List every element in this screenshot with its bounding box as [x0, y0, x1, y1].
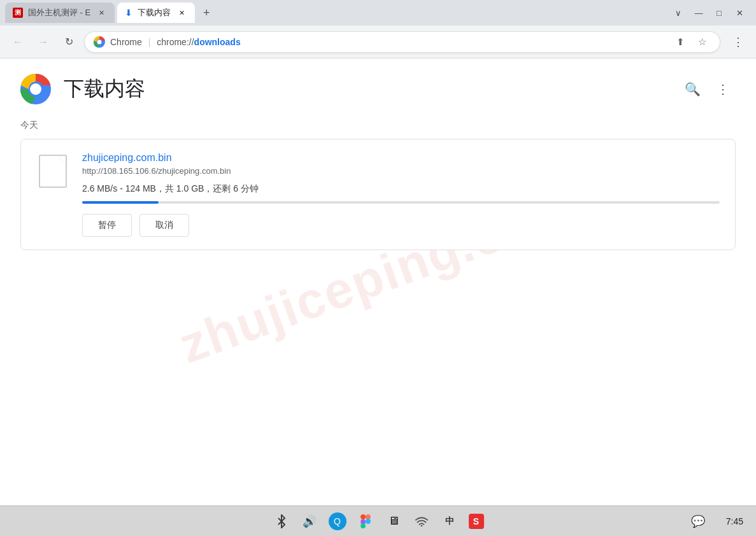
browser-more-button[interactable]: ⋮ [728, 32, 748, 52]
refresh-button[interactable]: ↻ [59, 32, 79, 52]
download-url: http://108.165.106.6/zhujiceping.com.bin [82, 166, 720, 176]
bookmark-button[interactable]: ☆ [693, 33, 711, 51]
new-tab-button[interactable]: + [197, 4, 215, 22]
file-icon-wrapper [36, 152, 69, 188]
svg-rect-7 [360, 523, 366, 528]
download-speed: 2.6 MB/s - 124 MB，共 1.0 GB，还剩 6 分钟 [82, 183, 720, 195]
back-button[interactable]: ← [8, 32, 28, 52]
figma-icon[interactable] [357, 512, 374, 530]
qq-icon[interactable]: Q [329, 512, 346, 530]
tab2-download-icon: ⬇ [125, 8, 132, 18]
display-icon[interactable]: 🖥 [385, 512, 403, 530]
taskbar-time: 7:45 [726, 516, 743, 526]
svg-point-9 [420, 525, 422, 526]
chrome-logo [20, 74, 51, 104]
chevron-down-button[interactable]: ∨ [672, 6, 685, 19]
svg-point-3 [30, 83, 41, 95]
page-more-button[interactable]: ⋮ [710, 76, 736, 102]
minimize-button[interactable]: — [692, 6, 705, 19]
chrome-icon [94, 36, 105, 48]
notification-button[interactable]: 💬 [691, 514, 705, 528]
taskbar: 🔊 Q 🖥 中 S 7:45 💬 [0, 505, 756, 536]
url-path: downloads [194, 37, 241, 47]
download-filename[interactable]: zhujiceping.com.bin [82, 152, 720, 164]
download-card: zhujiceping.com.bin http://108.165.106.6… [20, 139, 736, 250]
url-brand: Chrome [110, 37, 142, 47]
svg-point-1 [97, 39, 102, 44]
maximize-button[interactable]: □ [713, 6, 725, 19]
url-separator: | [148, 37, 151, 47]
search-button[interactable]: 🔍 [680, 76, 705, 102]
address-bar: ← → ↻ Chrome | chrome://downloads ⬆ ☆ ⋮ [0, 25, 756, 59]
tab1-title: 国外主机测评 - E [28, 7, 90, 18]
pause-button[interactable]: 暂停 [82, 214, 132, 237]
page-header-left: 下载内容 [20, 74, 145, 104]
window-controls: ∨ — □ ✕ [672, 6, 751, 19]
cancel-button[interactable]: 取消 [139, 214, 189, 237]
bluetooth-icon[interactable] [273, 512, 290, 530]
download-info: zhujiceping.com.bin http://108.165.106.6… [82, 152, 720, 237]
sougou-icon[interactable]: S [469, 514, 484, 529]
page-title: 下载内容 [64, 75, 145, 103]
page-header: 下载内容 🔍 ⋮ [20, 74, 736, 104]
tab1-close-button[interactable]: ✕ [96, 7, 107, 18]
url-text: Chrome | chrome://downloads [110, 37, 666, 47]
file-icon [39, 155, 67, 188]
main-content: zhujiceping.com 下载内容 🔍 ⋮ 今天 zhujiceping.… [0, 59, 756, 505]
section-label: 今天 [20, 120, 736, 131]
tab2-close-button[interactable]: ✕ [176, 7, 187, 18]
close-button[interactable]: ✕ [733, 6, 746, 19]
volume-icon[interactable]: 🔊 [301, 512, 318, 530]
ime-icon[interactable]: 中 [441, 512, 459, 530]
url-actions: ⬆ ☆ [671, 33, 711, 51]
tab-active[interactable]: ⬇ 下载内容 ✕ [117, 3, 195, 23]
share-button[interactable]: ⬆ [671, 33, 689, 51]
progress-bar-fill [82, 201, 159, 204]
svg-rect-5 [366, 514, 371, 519]
tab2-title: 下载内容 [138, 7, 171, 18]
download-actions: 暂停 取消 [82, 214, 720, 237]
wifi-icon[interactable] [413, 512, 431, 530]
url-bar[interactable]: Chrome | chrome://downloads ⬆ ☆ [84, 31, 720, 53]
svg-point-8 [366, 519, 371, 524]
title-bar: 测 国外主机测评 - E ✕ ⬇ 下载内容 ✕ + ∨ — □ ✕ [0, 0, 756, 25]
svg-rect-4 [360, 514, 366, 519]
forward-button[interactable]: → [33, 32, 53, 52]
tab1-favicon: 测 [13, 8, 23, 18]
url-protocol: chrome:// [157, 37, 194, 47]
page-header-actions: 🔍 ⋮ [680, 76, 736, 102]
progress-bar-container [82, 201, 720, 204]
tab-inactive[interactable]: 测 国外主机测评 - E ✕ [5, 3, 115, 23]
